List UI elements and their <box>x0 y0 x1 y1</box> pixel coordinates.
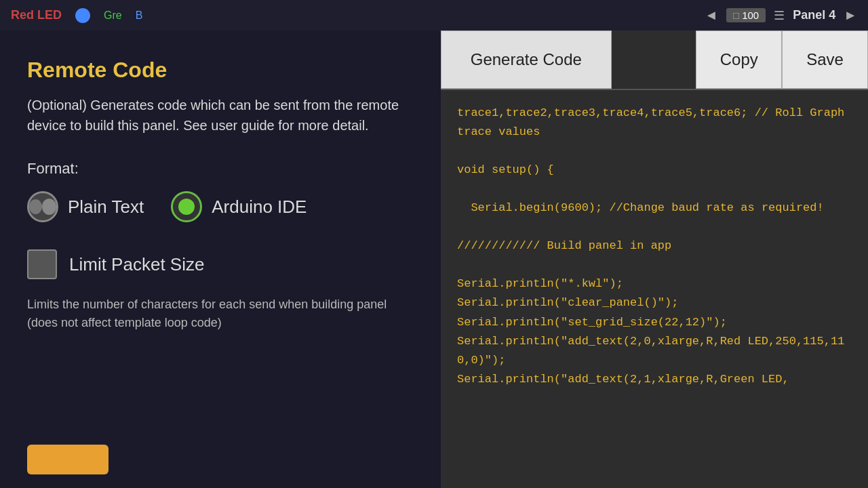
radio-arduino-ide[interactable]: Arduino IDE <box>171 191 307 222</box>
checkbox-label: Limit Packet Size <box>69 254 204 275</box>
radio-plain-text-circle[interactable] <box>27 191 58 222</box>
right-panel: Generate Code Copy Save trace1,trace2,tr… <box>441 30 868 488</box>
code-line: //////////// Build panel in app <box>457 237 852 256</box>
code-line: Serial.println("add_text(2,1,xlarge,R,Gr… <box>457 370 852 389</box>
code-line <box>457 218 852 237</box>
left-arrow-icon[interactable]: ◄ <box>705 7 718 23</box>
code-area[interactable]: trace1,trace2,trace3,trace4,trace5,trace… <box>441 90 868 488</box>
checkbox-row: Limit Packet Size <box>27 249 414 279</box>
copy-button[interactable]: Copy <box>696 30 782 89</box>
code-line: Serial.println("clear_panel()"); <box>457 293 852 312</box>
code-line: Serial.println("set_grid_size(22,12)"); <box>457 313 852 332</box>
modal-overlay: Remote Code (Optional) Generates code wh… <box>0 30 868 488</box>
bottom-orange-button[interactable] <box>27 445 108 474</box>
modal-description: (Optional) Generates code which can be s… <box>27 95 414 136</box>
toolbar-spacer <box>612 30 696 89</box>
code-line <box>457 180 852 199</box>
radio-arduino-ide-circle[interactable] <box>171 191 202 222</box>
right-arrow-icon[interactable]: ► <box>844 7 857 23</box>
green-label: Gre <box>104 9 122 22</box>
code-line <box>457 142 852 161</box>
checkbox-description: Limits the number of characters for each… <box>27 296 414 332</box>
generate-code-button[interactable]: Generate Code <box>441 30 612 89</box>
radio-plain-inner <box>29 199 42 214</box>
radio-group: Plain Text Arduino IDE <box>27 191 414 222</box>
left-panel: Remote Code (Optional) Generates code wh… <box>0 30 441 488</box>
right-toolbar: Generate Code Copy Save <box>441 30 868 90</box>
blue-dot <box>75 8 90 23</box>
code-line: Serial.begin(9600); //Change baud rate a… <box>457 199 852 218</box>
code-line: Serial.println("*.kwl"); <box>457 274 852 293</box>
radio-arduino-ide-label: Arduino IDE <box>212 197 307 218</box>
code-line: void setup() { <box>457 161 852 180</box>
toggle-icon[interactable]: ☰ <box>774 8 785 23</box>
radio-plain-text[interactable]: Plain Text <box>27 191 144 222</box>
b-label: B <box>136 9 143 22</box>
zoom-indicator: □ 100 <box>726 8 766 22</box>
format-label: Format: <box>27 160 414 178</box>
save-button[interactable]: Save <box>782 30 868 89</box>
code-line: trace1,trace2,trace3,trace4,trace5,trace… <box>457 104 852 142</box>
zoom-value: 100 <box>742 9 759 21</box>
code-line: Serial.println("add_text(2,0,xlarge,R,Re… <box>457 332 852 370</box>
limit-packet-checkbox[interactable] <box>27 249 57 279</box>
red-led-label: Red LED <box>11 8 62 22</box>
top-bar: Red LED Gre B ◄ □ 100 ☰ Panel 4 ► <box>0 0 868 30</box>
code-line <box>457 256 852 274</box>
bottom-button-area <box>27 445 108 474</box>
modal-title: Remote Code <box>27 58 414 83</box>
radio-plain-text-label: Plain Text <box>68 197 144 218</box>
panel-label: Panel 4 <box>793 8 835 22</box>
top-bar-right: ◄ □ 100 ☰ Panel 4 ► <box>705 7 857 23</box>
